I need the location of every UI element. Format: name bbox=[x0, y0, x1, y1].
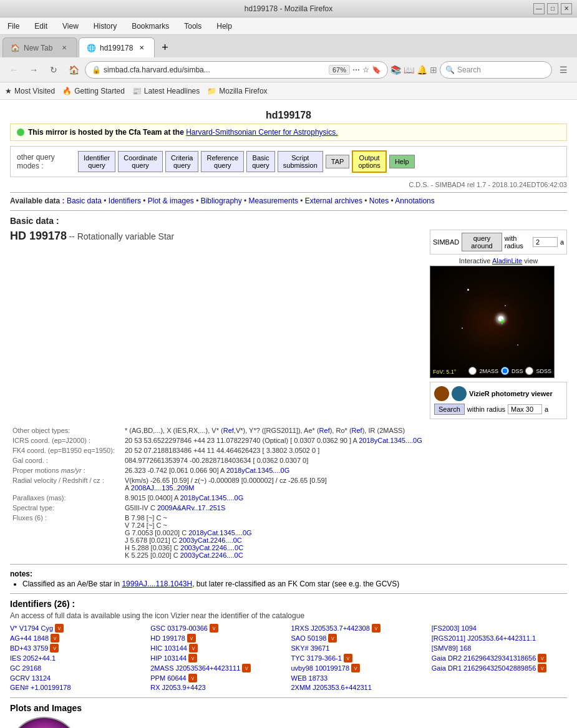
link-notes[interactable]: Notes bbox=[369, 197, 389, 205]
vizier-radius-input[interactable] bbox=[508, 404, 542, 414]
library-icon[interactable]: 📖 bbox=[404, 65, 414, 75]
note-ref-link[interactable]: 1999AJ....118.1043H bbox=[122, 580, 192, 588]
menu-edit[interactable]: Edit bbox=[32, 21, 50, 32]
menu-view[interactable]: View bbox=[60, 21, 81, 32]
ident-ag44: AG+44 1848 V bbox=[10, 634, 145, 643]
radio-2mass[interactable] bbox=[468, 367, 477, 375]
url-text[interactable]: simbad.cfa.harvard.edu/simba... bbox=[104, 66, 326, 74]
home-button[interactable]: 🏠 bbox=[65, 61, 82, 79]
close-button[interactable]: ✕ bbox=[561, 3, 572, 14]
script-submission-btn[interactable]: Scriptsubmission bbox=[278, 151, 323, 172]
query-around-btn[interactable]: query around bbox=[462, 233, 502, 251]
link-identifiers[interactable]: Identifiers bbox=[109, 197, 141, 205]
vizier-icon[interactable]: V bbox=[188, 674, 197, 682]
vizier-icon[interactable]: V bbox=[372, 624, 381, 633]
bookmark-firefox[interactable]: 📁 Mozilla Firefox bbox=[207, 87, 267, 95]
url-menu-icon[interactable]: ⋯ bbox=[352, 66, 360, 74]
mirror-link[interactable]: Harvard-Smithsonian Center for Astrophys… bbox=[186, 128, 337, 137]
help-btn[interactable]: Help bbox=[389, 155, 415, 168]
alert-icon[interactable]: 🔔 bbox=[417, 65, 427, 75]
vizier-icon[interactable]: V bbox=[188, 654, 197, 662]
output-options-btn[interactable]: Outputoptions bbox=[352, 150, 386, 173]
bookmark-add-icon[interactable]: 🔖 bbox=[372, 66, 381, 74]
basic-data-label: Basic data : bbox=[10, 216, 567, 226]
link-bibliography[interactable]: Bibliography bbox=[201, 197, 242, 205]
link-measurements[interactable]: Measurements bbox=[249, 197, 298, 205]
tab-hd199178[interactable]: 🌐 hd199178 ✕ bbox=[79, 37, 155, 57]
criteria-query-btn[interactable]: Criteriaquery bbox=[165, 151, 198, 172]
vizier-search-btn[interactable]: Search bbox=[434, 404, 465, 415]
radio-dss[interactable] bbox=[501, 367, 509, 375]
vizier-icon[interactable]: V bbox=[538, 654, 546, 662]
aladin-link[interactable]: AladinLite bbox=[492, 257, 522, 265]
pm-label: Proper motions mas/yr : bbox=[10, 465, 122, 475]
bookmark-news-icon: 📰 bbox=[132, 87, 142, 95]
link-basic-data[interactable]: Basic data bbox=[67, 197, 102, 205]
aladin-bg bbox=[430, 266, 554, 377]
menu-button[interactable]: ☰ bbox=[555, 61, 572, 79]
ident-fs2003: [FS2003] 1094 bbox=[432, 624, 567, 633]
vizier-icon[interactable]: V bbox=[55, 624, 64, 633]
menu-bookmarks[interactable]: Bookmarks bbox=[129, 21, 172, 32]
tab-newtab[interactable]: 🏠 New Tab ✕ bbox=[2, 37, 77, 57]
link-plot-images[interactable]: Plot & images bbox=[148, 197, 194, 205]
radius-input[interactable] bbox=[533, 237, 558, 247]
identifier-query-btn[interactable]: Identifierquery bbox=[78, 151, 115, 172]
vizier-icon[interactable]: V bbox=[210, 624, 218, 633]
star-name: HD 199178 bbox=[10, 230, 67, 242]
aladin-controls: 2MASS DSS SDSS bbox=[468, 367, 551, 375]
tap-btn[interactable]: TAP bbox=[326, 155, 350, 168]
reader-view-icon[interactable]: 📚 bbox=[390, 65, 401, 75]
bookmark-getting-started[interactable]: 🔥 Getting Started bbox=[62, 87, 125, 95]
vizier-icon[interactable]: V bbox=[50, 644, 59, 653]
vizier-icon[interactable]: V bbox=[187, 634, 196, 643]
radio-sdss[interactable] bbox=[525, 367, 533, 375]
vizier-icon[interactable]: V bbox=[242, 664, 251, 672]
new-tab-button[interactable]: + bbox=[156, 39, 173, 56]
icrs-row: ICRS coord. (ep=J2000) : 20 53 53.652229… bbox=[10, 435, 567, 445]
spectype-value: G5III-IV C 2009A&ARv..17..251S bbox=[122, 503, 567, 513]
tab-hd199178-close[interactable]: ✕ bbox=[137, 43, 147, 53]
reload-button[interactable]: ↻ bbox=[45, 61, 62, 79]
link-annotations[interactable]: Annotations bbox=[395, 197, 434, 205]
ident-2xmm: 2XMM J205353.6+442311 bbox=[291, 684, 427, 691]
sidebar-icon[interactable]: ⊞ bbox=[430, 65, 437, 75]
bookmark-most-visited[interactable]: ★ Most Visited bbox=[5, 87, 55, 95]
bookmark-headlines[interactable]: 📰 Latest Headlines bbox=[132, 87, 200, 95]
forward-button[interactable]: → bbox=[25, 61, 42, 79]
basic-query-btn[interactable]: Basicquery bbox=[246, 151, 275, 172]
link-external-archives[interactable]: External archives bbox=[305, 197, 362, 205]
menu-tools[interactable]: Tools bbox=[182, 21, 204, 32]
menu-history[interactable]: History bbox=[91, 21, 119, 32]
vizier-icon[interactable]: V bbox=[351, 664, 360, 672]
coordinate-query-btn[interactable]: Coordinatequery bbox=[118, 151, 163, 172]
search-box[interactable]: 🔍 Search bbox=[440, 61, 552, 79]
simbad-label: SIMBAD bbox=[433, 238, 459, 246]
menu-help[interactable]: Help bbox=[214, 21, 235, 32]
vizier-icon[interactable]: V bbox=[344, 654, 352, 662]
ident-gcrv: GCRV 13124 bbox=[10, 674, 145, 682]
maximize-button[interactable]: □ bbox=[547, 3, 558, 14]
bookmark-folder-icon: 📁 bbox=[207, 87, 216, 95]
minimize-button[interactable]: — bbox=[533, 3, 545, 14]
url-lock-icon: 🔒 bbox=[92, 66, 101, 74]
reference-query-btn[interactable]: Referencequery bbox=[201, 151, 244, 172]
tab-newtab-close[interactable]: ✕ bbox=[59, 43, 69, 53]
vizier-icon[interactable]: V bbox=[189, 644, 198, 653]
menu-file[interactable]: File bbox=[5, 21, 22, 32]
vizier-icon[interactable]: V bbox=[328, 634, 337, 643]
bookmark-star-icon[interactable]: ☆ bbox=[362, 66, 369, 74]
identifiers-title: Identifiers (26) : bbox=[10, 599, 567, 609]
available-data: Available data : Basic data • Identifier… bbox=[10, 197, 567, 205]
vizier-icon[interactable]: V bbox=[538, 664, 546, 672]
divider-3 bbox=[10, 564, 567, 565]
ref-link[interactable]: Ref bbox=[223, 427, 234, 434]
ident-gaiadr2: Gaia DR2 2162964329341318656 V bbox=[432, 654, 567, 662]
url-bar[interactable]: 🔒 simbad.cfa.harvard.edu/simba... 67% ⋯ … bbox=[85, 61, 388, 79]
simbad-query-area: SIMBAD query around with radius a bbox=[430, 230, 567, 255]
divider-4 bbox=[10, 593, 567, 594]
vizier-icon[interactable]: V bbox=[51, 634, 59, 643]
back-button[interactable]: ← bbox=[5, 61, 22, 79]
plot-thumb-plot[interactable] bbox=[10, 717, 79, 728]
spectype-row: Spectral type: G5III-IV C 2009A&ARv..17.… bbox=[10, 503, 567, 513]
